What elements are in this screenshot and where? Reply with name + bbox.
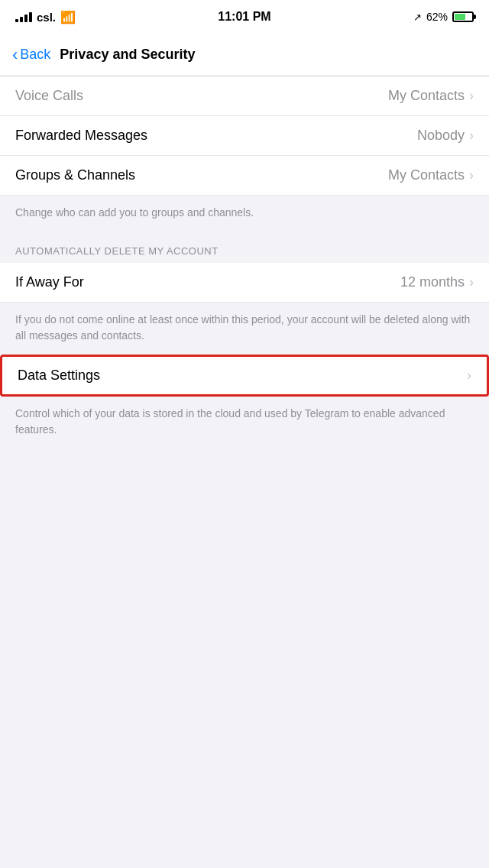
status-right: ↗ 62% (413, 11, 474, 23)
nav-bar: ‹ Back Privacy and Security (0, 34, 489, 76)
auto-delete-header: AUTOMATICALLY DELETE MY ACCOUNT (0, 230, 489, 263)
battery-fill (455, 14, 465, 20)
groups-description: Change who can add you to groups and cha… (0, 196, 489, 230)
groups-channels-value-container: My Contacts › (388, 167, 474, 183)
forwarded-messages-value-container: Nobody › (417, 128, 474, 144)
forwarded-messages-label: Forwarded Messages (15, 128, 147, 144)
back-label: Back (20, 47, 50, 63)
data-settings-row[interactable]: Data Settings › (0, 355, 489, 397)
voice-calls-value: My Contacts (388, 88, 465, 104)
status-time: 11:01 PM (218, 10, 270, 24)
if-away-for-row[interactable]: If Away For 12 months › (0, 263, 489, 303)
page-title: Privacy and Security (60, 47, 195, 63)
back-button[interactable]: ‹ Back (12, 45, 50, 65)
wifi-icon: 📶 (60, 10, 76, 24)
voice-calls-chevron-icon: › (469, 88, 474, 104)
status-left: csl. 📶 (15, 10, 76, 24)
data-settings-value-container: › (467, 368, 471, 384)
forwarded-messages-value: Nobody (417, 128, 465, 144)
battery-icon (452, 11, 474, 22)
if-away-for-chevron-icon: › (469, 274, 474, 290)
carrier-label: csl. (37, 11, 56, 24)
if-away-for-value-container: 12 months › (400, 274, 474, 290)
groups-channels-label: Groups & Channels (15, 167, 135, 183)
forwarded-messages-chevron-icon: › (469, 128, 474, 144)
battery-percent: 62% (426, 11, 448, 23)
voice-calls-value-container: My Contacts › (388, 88, 474, 104)
away-description: If you do not come online at least once … (0, 303, 489, 353)
groups-channels-value: My Contacts (388, 167, 465, 183)
location-icon: ↗ (413, 11, 422, 23)
data-settings-chevron-icon: › (467, 368, 471, 384)
status-bar: csl. 📶 11:01 PM ↗ 62% (0, 0, 489, 34)
data-settings-description: Control which of your data is stored in … (0, 397, 489, 447)
if-away-for-value: 12 months (400, 274, 465, 290)
forwarded-messages-row[interactable]: Forwarded Messages Nobody › (0, 116, 489, 156)
groups-channels-chevron-icon: › (469, 167, 474, 183)
voice-calls-row[interactable]: Voice Calls My Contacts › (0, 76, 489, 116)
data-settings-label: Data Settings (18, 368, 100, 384)
voice-calls-label: Voice Calls (15, 88, 83, 104)
back-chevron-icon: ‹ (12, 45, 18, 65)
groups-channels-row[interactable]: Groups & Channels My Contacts › (0, 156, 489, 196)
signal-icon (15, 11, 32, 22)
if-away-for-label: If Away For (15, 274, 84, 290)
